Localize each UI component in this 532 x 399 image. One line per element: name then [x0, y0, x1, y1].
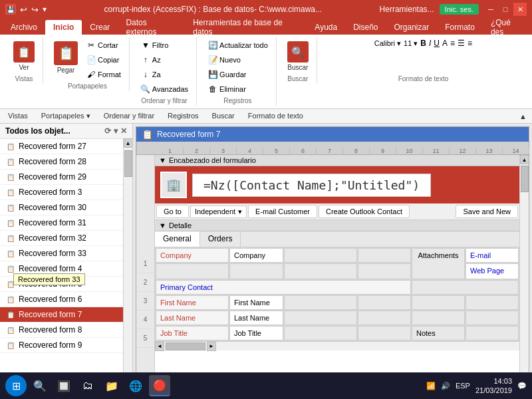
pegar-button[interactable]: 📋 Pegar — [51, 39, 80, 76]
sidebar-close-btn[interactable]: ✕ — [120, 126, 127, 136]
font-name[interactable]: Calibri ▾ — [374, 39, 401, 48]
bold-btn[interactable]: B — [420, 39, 426, 48]
font-size[interactable]: 11 ▾ — [404, 39, 418, 48]
empty-16 — [284, 326, 357, 340]
tab-diseno[interactable]: Diseño — [345, 20, 386, 35]
firstname-input[interactable]: First Name — [229, 295, 283, 310]
horizontal-scrollbar[interactable]: ◄ ► — [155, 341, 519, 350]
tab-datos-externos[interactable]: Datos externos — [118, 20, 185, 35]
scroll-left-btn[interactable]: ◄ — [155, 342, 164, 351]
copy-button[interactable]: 📄Copiar — [83, 53, 124, 66]
taskbar-notification-icon[interactable]: 💬 — [517, 382, 527, 390]
sidebar-item-32[interactable]: 📋 Recovered form 32 — [0, 231, 132, 246]
sidebar-refresh-btn[interactable]: ⟳ — [104, 126, 111, 136]
ver-button[interactable]: 📋 Ver — [11, 39, 37, 74]
undo-btn[interactable]: ↩ — [20, 5, 27, 15]
goto-button[interactable]: Go to — [156, 205, 189, 218]
taskbar-chrome-btn[interactable]: 🌐 — [125, 375, 146, 396]
align-left-btn[interactable]: ≡ — [450, 39, 455, 48]
taskbar-search-btn[interactable]: 🔍 — [29, 375, 51, 396]
tab-formato[interactable]: Formato — [437, 20, 483, 35]
sidebar-item-33[interactable]: 📋 Recovered form 33 — [0, 246, 132, 261]
redo-btn[interactable]: ↪ — [31, 5, 39, 15]
empty-6 — [358, 263, 412, 279]
filter-button[interactable]: ▼Filtro — [138, 39, 191, 52]
taskbar-folder-btn[interactable]: 📁 — [101, 375, 122, 396]
h-scroll-thumb[interactable] — [166, 342, 205, 350]
lastname-input[interactable]: Last Name — [229, 311, 283, 325]
tab-ayuda[interactable]: Ayuda — [307, 20, 345, 35]
sidebar-item-7[interactable]: 📋 Recovered form 7 — [0, 307, 132, 323]
delete-button[interactable]: 🗑Eliminar — [205, 82, 271, 96]
sidebar-item-29[interactable]: 📋 Recovered form 29 — [0, 170, 132, 185]
company-input[interactable]: Company — [229, 248, 283, 263]
form-scroll-up[interactable]: ▲ — [520, 155, 529, 164]
tab-crear[interactable]: Crear — [82, 20, 118, 35]
sidebar-item-28[interactable]: 📋 Recovered form 28 — [0, 154, 132, 170]
tab-herramientas[interactable]: Herramientas de base de datos — [185, 20, 307, 35]
tab-archivo[interactable]: Archivo — [3, 20, 45, 35]
taskbar-access-btn[interactable]: 🔴 — [149, 375, 170, 396]
sidebar-menu-btn[interactable]: ▾ — [114, 126, 118, 136]
save-and-new-button[interactable]: Save and New — [456, 205, 518, 218]
buscar-button[interactable]: 🔍 Buscar — [285, 39, 311, 74]
sidebar-item-31[interactable]: 📋 Recovered form 31 — [0, 215, 132, 231]
detail-collapse-icon[interactable]: ▼ — [159, 221, 166, 229]
minimize-button[interactable]: ─ — [484, 3, 497, 16]
sidebar-item-30[interactable]: 📋 Recovered form 30 — [0, 200, 132, 215]
tab-que-des[interactable]: ¿Qué des — [483, 20, 532, 35]
actualizar-button[interactable]: 🔄Actualizar todo — [205, 39, 271, 52]
form-icon-30: 📋 — [5, 202, 16, 213]
maximize-button[interactable]: □ — [499, 3, 512, 16]
align-right-btn[interactable]: ≡ — [467, 39, 472, 48]
form-window-title: Recovered form 7 — [157, 130, 220, 139]
italic-btn[interactable]: I — [429, 39, 431, 48]
new-record-button[interactable]: 📝Nuevo — [205, 53, 271, 66]
collapse-ribbon-btn[interactable]: ▲ — [519, 112, 527, 120]
tab-organizar[interactable]: Organizar — [386, 20, 438, 35]
sidebar-scrollbar[interactable]: ▲ ▼ — [123, 138, 132, 399]
jobtitle-input[interactable]: Job Title — [229, 326, 283, 340]
header-collapse-icon[interactable]: ▼ — [159, 156, 166, 164]
sidebar-item-3[interactable]: 📋 Recovered form 3 — [0, 185, 132, 200]
webpage-cell[interactable]: Web Page — [466, 263, 519, 279]
sidebar-item-27[interactable]: 📋 Recovered form 27 — [0, 139, 132, 154]
sort-desc-button[interactable]: ↓Za — [138, 68, 191, 81]
scroll-up-btn[interactable]: ▲ — [124, 138, 133, 148]
formato-item[interactable]: Formato de texto — [245, 110, 306, 122]
scroll-right-btn[interactable]: ► — [207, 342, 216, 351]
color-btn[interactable]: A — [442, 39, 448, 48]
taskbar-cortana-btn[interactable]: 🔲 — [53, 375, 74, 396]
form-formula[interactable]: =Nz([Contact Name];"Untitled") — [192, 174, 431, 197]
tab-inicio[interactable]: Inicio — [45, 20, 82, 35]
ordenar-item[interactable]: Ordenar y filtrar — [101, 110, 157, 122]
independent-select[interactable]: Independent ▾ — [190, 205, 247, 218]
create-outlook-button[interactable]: Create Outlook Contact — [319, 205, 410, 218]
registros-item[interactable]: Registros — [165, 110, 201, 122]
format-paint-button[interactable]: 🖌Format — [83, 68, 124, 81]
tab-orders[interactable]: Orders — [200, 231, 241, 247]
sidebar-item-6[interactable]: 📋 Recovered form 6 — [0, 292, 132, 307]
advanced-filter-button[interactable]: 🔍Avanzadas — [138, 82, 191, 96]
form-scroll-thumb[interactable] — [521, 166, 529, 192]
underline-btn[interactable]: U — [434, 39, 440, 48]
email-cell[interactable]: E-mail — [466, 248, 519, 263]
sidebar-item-8[interactable]: 📋 Recovered form 8 — [0, 323, 132, 338]
scroll-thumb[interactable] — [124, 150, 132, 177]
close-button[interactable]: ✕ — [513, 3, 527, 16]
vistas-item[interactable]: Vistas — [5, 110, 31, 122]
cut-button[interactable]: ✂Cortar — [83, 39, 124, 52]
tab-general[interactable]: General — [155, 231, 200, 247]
align-center-btn[interactable]: ☰ — [458, 39, 465, 48]
save-button[interactable]: 💾Guardar — [205, 68, 271, 81]
taskbar-files-btn[interactable]: 🗂 — [77, 375, 98, 396]
email-customer-button[interactable]: E-mail Customer — [248, 205, 317, 218]
portapapeles-item[interactable]: Portapapeles ▾ — [39, 110, 93, 122]
sidebar-item-9[interactable]: 📋 Recovered form 9 — [0, 338, 132, 353]
start-button[interactable]: ⊞ — [5, 375, 27, 396]
sort-asc-button[interactable]: ↑Az — [138, 53, 191, 66]
search-icon: 🔍 — [287, 41, 309, 63]
buscar-item[interactable]: Buscar — [209, 110, 237, 122]
form-vertical-scrollbar[interactable]: ▲ ▼ — [519, 155, 529, 397]
inic-ses-button[interactable]: Inic. ses. — [440, 4, 479, 15]
